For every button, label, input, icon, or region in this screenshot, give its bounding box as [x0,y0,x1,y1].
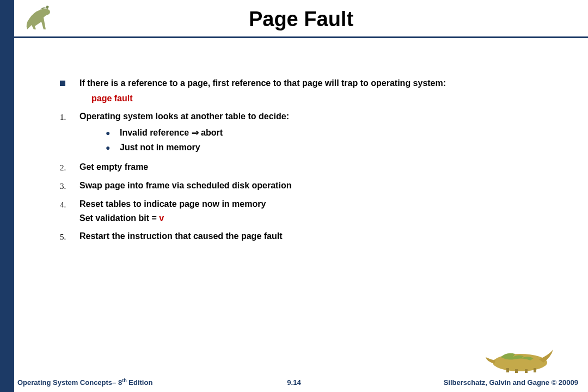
bullet-dot-icon: ● [106,126,120,140]
svg-rect-4 [534,368,536,372]
svg-rect-1 [506,368,509,372]
side-stripe [0,0,14,392]
title-underline [14,36,588,38]
valid-bit: v [159,213,164,223]
dinosaur-bottom-icon [485,341,555,373]
svg-rect-3 [525,369,528,373]
page-fault-label: page fault [91,91,566,106]
step-text: Swap page into frame via scheduled disk … [79,179,566,193]
step-number: 5. [60,232,66,241]
svg-rect-2 [515,369,518,373]
step-number: 3. [60,182,66,191]
step-number: 2. [60,163,66,172]
intro-text: If there is a reference to a page, first… [79,78,446,88]
step-text: Get empty frame [79,160,566,174]
slide-body: If there is a reference to a page, first… [60,76,566,248]
step-number: 1. [60,113,66,121]
step-number: 4. [60,200,66,209]
slide-title: Page Fault [14,0,588,36]
step-text: Operating system looks at another table … [79,112,289,121]
step-text: Restart the instruction that caused the … [79,229,566,243]
bullet-square-icon [60,81,65,86]
step-text: Reset tables to indicate page now in mem… [79,197,566,225]
sub-item: Just not in memory [120,140,200,155]
sub-item: Invalid reference ⇒ abort [120,126,223,140]
footer-right: Silberschatz, Galvin and Gagne © 20009 [444,378,578,387]
bullet-dot-icon: ● [106,140,120,155]
